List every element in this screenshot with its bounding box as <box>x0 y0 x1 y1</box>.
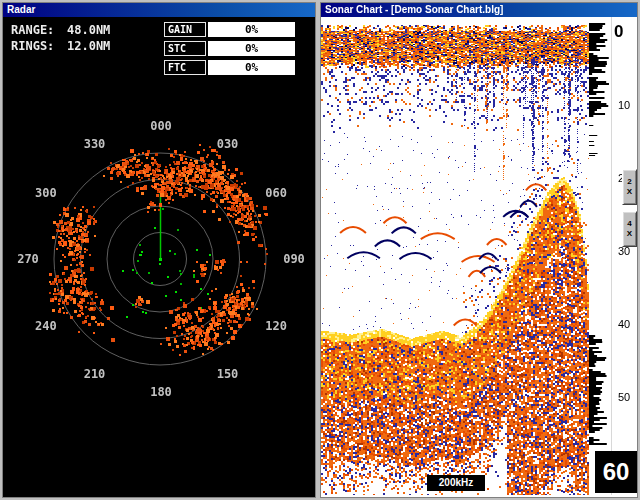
ftc-button[interactable]: FTC <box>164 60 206 75</box>
a-scope-display <box>589 17 611 495</box>
radar-title: Radar <box>7 4 35 15</box>
gain-value[interactable]: 0% <box>208 22 295 37</box>
ftc-value[interactable]: 0% <box>208 60 295 75</box>
radar-info-value: 12.0NM <box>67 38 110 54</box>
radar-info-row: RANGE:48.0NM <box>11 22 110 38</box>
radar-info-label: RINGS: <box>11 38 67 54</box>
radar-info: RANGE:48.0NMRINGS:12.0NM <box>11 22 110 54</box>
app-window: Radar RANGE:48.0NMRINGS:12.0NM GAIN0%STC… <box>0 0 640 500</box>
radar-pane: Radar RANGE:48.0NMRINGS:12.0NM GAIN0%STC… <box>2 2 316 498</box>
depth-scale: 0 1020304050 <box>611 17 637 495</box>
gain-button[interactable]: GAIN <box>164 22 206 37</box>
stc-button[interactable]: STC <box>164 41 206 56</box>
sonar-waterfall[interactable] <box>321 17 589 495</box>
radar-info-row: RINGS:12.0NM <box>11 38 110 54</box>
frequency-label: 200kHz <box>427 475 485 491</box>
sonar-pane: Sonar Chart - [Demo Sonar Chart.blg] 0 1… <box>320 2 638 498</box>
stc-value[interactable]: 0% <box>208 41 295 56</box>
radar-control-row: STC0% <box>164 41 295 56</box>
depth-readout: 60 <box>595 451 637 493</box>
sonar-title: Sonar Chart - [Demo Sonar Chart.blg] <box>325 4 503 15</box>
sonar-title-bar[interactable]: Sonar Chart - [Demo Sonar Chart.blg] <box>321 3 637 17</box>
radar-info-label: RANGE: <box>11 22 67 38</box>
radar-info-value: 48.0NM <box>67 22 110 38</box>
radar-control-row: GAIN0% <box>164 22 295 37</box>
depth-tick-label: 50 <box>618 391 636 403</box>
zoom-4x-button[interactable]: 4X <box>622 211 637 247</box>
depth-scale-zero-label: 0 <box>614 22 623 42</box>
radar-control-row: FTC0% <box>164 60 295 75</box>
depth-tick-label: 40 <box>618 318 636 330</box>
depth-tick-label: 10 <box>618 99 636 111</box>
radar-scope[interactable] <box>3 17 315 497</box>
radar-controls: GAIN0%STC0%FTC0% <box>164 22 295 79</box>
radar-title-bar[interactable]: Radar <box>3 3 315 17</box>
zoom-2x-button[interactable]: 2X <box>622 169 637 205</box>
